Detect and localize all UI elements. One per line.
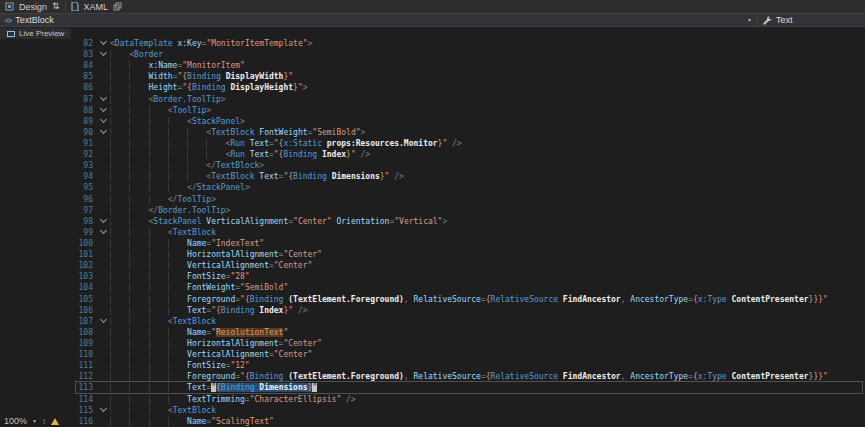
line-number[interactable]: 102 xyxy=(0,260,97,271)
code-editor[interactable]: 82<DataTemplate x:Key="MonitorItemTempla… xyxy=(0,28,865,427)
line-number[interactable]: 107 xyxy=(0,316,97,327)
fold-collapse-icon[interactable] xyxy=(97,94,110,105)
line-number[interactable]: 92 xyxy=(0,149,97,160)
code-line[interactable]: 115 <TextBlock xyxy=(0,405,865,416)
code-line[interactable]: 86 Height="{Binding DisplayHeight}"> xyxy=(0,82,865,93)
fold-spacer xyxy=(97,171,110,182)
designer-view-bar: Design ⇅ XAML xyxy=(0,0,865,14)
fold-collapse-icon[interactable] xyxy=(97,116,110,127)
code-line[interactable]: 89 <StackPanel> xyxy=(0,116,865,127)
code-line[interactable]: 90 <TextBlock FontWeight="SemiBold"> xyxy=(0,127,865,138)
fold-spacer xyxy=(97,194,110,205)
line-number[interactable]: 87 xyxy=(0,94,97,105)
xaml-view-tab[interactable]: XAML xyxy=(84,2,109,12)
code-line[interactable]: 107 <TextBlock xyxy=(0,316,865,327)
line-number[interactable]: 88 xyxy=(0,105,97,116)
line-number[interactable]: 113 xyxy=(0,382,97,393)
code-line[interactable]: 91 <Run Text="{x:Static props:Resources.… xyxy=(0,138,865,149)
line-number[interactable]: 94 xyxy=(0,171,97,182)
code-line[interactable]: 97 </Border.ToolTip> xyxy=(0,205,865,216)
code-line[interactable]: 94 <TextBlock Text="{Binding Dimensions}… xyxy=(0,171,865,182)
fold-collapse-icon[interactable] xyxy=(97,227,110,238)
code-line[interactable]: 112 Foreground="{Binding (TextElement.Fo… xyxy=(0,371,865,382)
chevron-down-icon[interactable]: ▼ xyxy=(747,17,752,23)
code-line[interactable]: 84 x:Name="MonitorItem" xyxy=(0,60,865,71)
code-line[interactable]: 99 <TextBlock xyxy=(0,227,865,238)
design-view-tab[interactable]: Design xyxy=(19,2,47,12)
code-line[interactable]: 101 HorizontalAlignment="Center" xyxy=(0,249,865,260)
code-line[interactable]: 105 Foreground="{Binding (TextElement.Fo… xyxy=(0,294,865,305)
line-number[interactable]: 83 xyxy=(0,49,97,60)
code-line[interactable]: 104 FontWeight="SemiBold" xyxy=(0,282,865,293)
fold-collapse-icon[interactable] xyxy=(97,127,110,138)
line-number[interactable]: 91 xyxy=(0,138,97,149)
line-number[interactable]: 105 xyxy=(0,294,97,305)
code-text: <StackPanel> xyxy=(110,116,865,127)
code-line[interactable]: 96 </ToolTip> xyxy=(0,194,865,205)
code-line[interactable]: 83 <Border xyxy=(0,49,865,60)
fold-collapse-icon[interactable] xyxy=(97,216,110,227)
code-line[interactable]: 116 Name="ScalingText" xyxy=(0,416,865,427)
line-number[interactable]: 110 xyxy=(0,349,97,360)
zoom-chevron-icon[interactable]: ▼ xyxy=(32,418,37,424)
fold-collapse-icon[interactable] xyxy=(97,316,110,327)
line-number[interactable]: 111 xyxy=(0,360,97,371)
fold-collapse-icon[interactable] xyxy=(97,105,110,116)
line-number[interactable]: 84 xyxy=(0,60,97,71)
line-number[interactable]: 99 xyxy=(0,227,97,238)
code-line[interactable]: 92 <Run Text="{Binding Index}" /> xyxy=(0,149,865,160)
fold-spacer xyxy=(97,238,110,249)
code-line[interactable]: 109 HorizontalAlignment="Center" xyxy=(0,338,865,349)
code-line[interactable]: 98 <StackPanel VerticalAlignment="Center… xyxy=(0,216,865,227)
line-number[interactable]: 86 xyxy=(0,82,97,93)
line-number[interactable]: 101 xyxy=(0,249,97,260)
code-line[interactable]: 111 FontSize="12" xyxy=(0,360,865,371)
line-number[interactable]: 93 xyxy=(0,160,97,171)
code-line[interactable]: 114 TextTrimming="CharacterEllipsis" /> xyxy=(0,394,865,405)
code-line[interactable]: 103 FontSize="28" xyxy=(0,271,865,282)
line-number[interactable]: 95 xyxy=(0,182,97,193)
fold-collapse-icon[interactable] xyxy=(97,49,110,60)
code-line[interactable]: 100 Name="IndexText" xyxy=(0,238,865,249)
fold-collapse-icon[interactable] xyxy=(97,405,110,416)
line-number[interactable]: 112 xyxy=(0,371,97,382)
line-number[interactable]: 82 xyxy=(0,38,97,49)
code-line[interactable]: 93 </TextBlock> xyxy=(0,160,865,171)
line-number[interactable]: 109 xyxy=(0,338,97,349)
line-number[interactable]: 98 xyxy=(0,216,97,227)
code-line[interactable]: 108 Name="ResolutionText" xyxy=(0,327,865,338)
code-line[interactable]: 106 Text="{Binding Index}" /> xyxy=(0,305,865,316)
fold-collapse-icon[interactable] xyxy=(97,38,110,49)
fold-spacer xyxy=(97,138,110,149)
line-number[interactable]: 114 xyxy=(0,394,97,405)
updown-arrows-icon[interactable]: ↕ xyxy=(42,417,46,426)
code-line[interactable]: 87 <Border.ToolTip> xyxy=(0,94,865,105)
code-line[interactable]: 113 Text="{Binding Dimensions}" xyxy=(0,382,865,393)
line-number[interactable]: 100 xyxy=(0,238,97,249)
line-number[interactable]: 85 xyxy=(0,71,97,82)
line-number[interactable]: 90 xyxy=(0,127,97,138)
line-number[interactable]: 103 xyxy=(0,271,97,282)
line-number[interactable]: 106 xyxy=(0,305,97,316)
swap-panes-icon[interactable]: ⇅ xyxy=(52,2,60,11)
element-combobox-value: TextBlock xyxy=(15,15,54,25)
code-text: Name="ScalingText" xyxy=(110,416,865,427)
code-line[interactable]: 110 VerticalAlignment="Center" xyxy=(0,349,865,360)
code-line[interactable]: 85 Width="{Binding DisplayWidth}" xyxy=(0,71,865,82)
live-preview-tab[interactable]: Live Preview xyxy=(0,28,71,39)
line-number[interactable]: 104 xyxy=(0,282,97,293)
code-line[interactable]: 88 <ToolTip> xyxy=(0,105,865,116)
warning-icon[interactable] xyxy=(51,418,59,425)
code-line[interactable]: 95 </StackPanel> xyxy=(0,182,865,193)
code-line[interactable]: 82<DataTemplate x:Key="MonitorItemTempla… xyxy=(0,38,865,49)
navigation-bar: <> TextBlock ▼ Text xyxy=(0,14,865,27)
line-number[interactable]: 89 xyxy=(0,116,97,127)
line-number[interactable]: 96 xyxy=(0,194,97,205)
element-combobox[interactable]: <> TextBlock ▼ xyxy=(0,14,757,26)
zoom-control[interactable]: 100% ▼ ↕ xyxy=(0,415,63,427)
property-combobox[interactable]: Text xyxy=(758,14,865,26)
line-number[interactable]: 108 xyxy=(0,327,97,338)
line-number[interactable]: 97 xyxy=(0,205,97,216)
code-line[interactable]: 102 VerticalAlignment="Center" xyxy=(0,260,865,271)
popout-icon[interactable] xyxy=(113,2,122,11)
